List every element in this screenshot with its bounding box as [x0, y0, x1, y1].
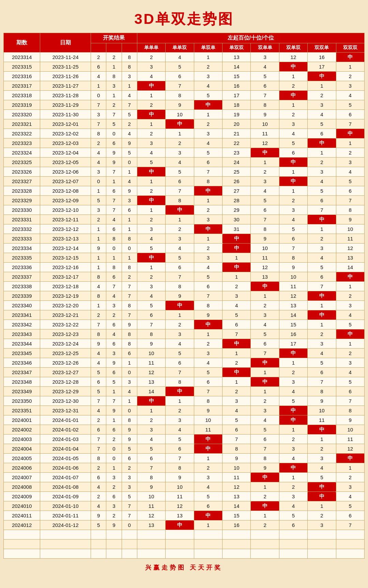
cell-d5: 2	[279, 435, 307, 444]
cell-d6: 1	[308, 501, 336, 511]
page-wrapper: 3D单双走势图 期数 日期 开奖结果 左起百位/十位/个位 单单单 单单双 单双…	[0, 0, 368, 577]
cell-d4: 4	[251, 415, 279, 425]
cell-k1: 1	[91, 263, 106, 272]
cell-empty	[279, 549, 307, 559]
cell-d7: 7	[336, 119, 364, 129]
table-row: 20233272023-12-07014168263中45	[4, 177, 365, 186]
header-col-3: 单双双	[223, 43, 251, 53]
cell-k3: 6	[122, 349, 137, 358]
cell-k3: 0	[122, 368, 137, 377]
table-row: 20233422023-12-2276972中641515	[4, 320, 365, 329]
cell-d7: 中	[336, 454, 364, 463]
cell-d0: 1	[137, 406, 165, 415]
cell-qishu: 2024012	[4, 520, 40, 530]
cell-k1: 7	[91, 119, 106, 129]
cell-d4: 6	[251, 205, 279, 215]
cell-qishu: 2023345	[4, 349, 40, 358]
cell-d5: 2	[279, 110, 307, 119]
cell-k3: 0	[122, 520, 137, 530]
cell-date: 2024-01-05	[40, 454, 91, 463]
header-col-5: 双单双	[279, 43, 307, 53]
cell-empty	[194, 530, 222, 540]
cell-date: 2024-01-04	[40, 444, 91, 454]
cell-empty	[106, 549, 122, 559]
cell-empty	[137, 540, 165, 549]
cell-empty	[336, 549, 364, 559]
cell-k2: 6	[106, 368, 122, 377]
cell-date: 2023-12-16	[40, 263, 91, 272]
cell-date: 2023-12-08	[40, 186, 91, 196]
cell-d2: 3	[194, 473, 222, 482]
cell-d6: 10	[308, 406, 336, 415]
cell-k1: 8	[91, 291, 106, 301]
cell-date: 2023-12-06	[40, 167, 91, 177]
cell-d5: 1	[279, 100, 307, 110]
cell-date: 2023-12-26	[40, 358, 91, 368]
cell-d0: 3	[137, 224, 165, 234]
cell-d6: 5	[308, 186, 336, 196]
cell-d3: 5	[223, 415, 251, 425]
cell-d4: 3	[251, 177, 279, 186]
cell-d0: 8	[137, 329, 165, 339]
cell-k3: 8	[122, 339, 137, 349]
cell-d0: 3	[137, 62, 165, 72]
cell-empty	[40, 540, 91, 549]
cell-k1: 5	[91, 520, 106, 530]
cell-k2: 7	[106, 205, 122, 215]
header-col-4: 双单单	[251, 43, 279, 53]
cell-d1: 12	[166, 501, 194, 511]
table-row: 20233462023-12-2649111642中153	[4, 358, 365, 368]
cell-d1: 1	[166, 129, 194, 138]
cell-k1: 4	[91, 406, 106, 415]
cell-d2: 5	[194, 492, 222, 501]
cell-date: 2023-12-03	[40, 138, 91, 148]
cell-d1: 3	[166, 148, 194, 158]
cell-date: 2024-01-06	[40, 463, 91, 473]
cell-d2: 8	[194, 177, 222, 186]
cell-d3: 10	[223, 463, 251, 473]
cell-d1: 2	[166, 406, 194, 415]
cell-d2: 1	[194, 234, 222, 244]
cell-d2: 6	[194, 282, 222, 291]
cell-d1: 5	[166, 349, 194, 358]
cell-d0: 2	[137, 129, 165, 138]
cell-d3: 中	[223, 244, 251, 253]
cell-k2: 4	[106, 291, 122, 301]
cell-d5: 6	[279, 234, 307, 244]
cell-d4: 8	[251, 454, 279, 463]
cell-d4: 2	[251, 492, 279, 501]
cell-d6: 1	[308, 301, 336, 310]
table-row: 20240092024-01-09265101151323中4	[4, 492, 365, 501]
cell-k2: 2	[106, 53, 122, 62]
cell-k2: 9	[106, 520, 122, 530]
cell-d7: 8	[336, 406, 364, 415]
cell-d0: 2	[137, 272, 165, 282]
cell-k3: 9	[122, 425, 137, 435]
cell-d5: 4	[279, 387, 307, 396]
cell-empty	[166, 540, 194, 549]
cell-empty	[308, 530, 336, 540]
table-row: 20240112024-01-119271213中151526	[4, 511, 365, 520]
cell-d6: 7	[308, 205, 336, 215]
cell-d4: 中	[251, 501, 279, 511]
cell-d5: 4	[279, 129, 307, 138]
table-row: 20233162023-11-264834631551中2	[4, 72, 365, 81]
cell-d5: 1	[279, 473, 307, 482]
cell-d4: 11	[251, 129, 279, 138]
cell-k3: 6	[122, 205, 137, 215]
cell-d6: 3	[308, 339, 336, 349]
cell-date: 2023-12-17	[40, 272, 91, 282]
cell-d6: 4	[308, 349, 336, 358]
cell-d1: 8	[166, 196, 194, 205]
main-table: 期数 日期 开奖结果 左起百位/十位/个位 单单单 单单双 单双单 单双双 双单…	[3, 33, 365, 559]
cell-d5: 1	[279, 72, 307, 81]
cell-d6: 5	[308, 473, 336, 482]
cell-d2: 5	[194, 368, 222, 377]
cell-k2: 1	[106, 253, 122, 263]
cell-k3: 9	[122, 320, 137, 329]
cell-date: 2023-12-30	[40, 396, 91, 406]
table-row: 20240102024-01-104371112614中415	[4, 501, 365, 511]
cell-qishu: 2023320	[4, 110, 40, 119]
cell-d7: 4	[336, 368, 364, 377]
cell-d4: 9	[251, 463, 279, 473]
